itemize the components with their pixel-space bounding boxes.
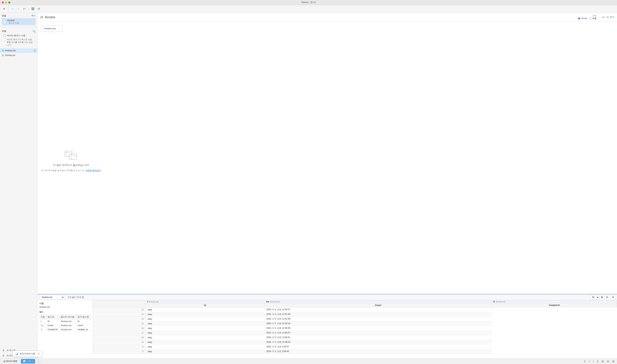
live-radio-option[interactable]: 라이브 xyxy=(578,17,587,20)
extract-radio[interactable] xyxy=(589,17,591,20)
cell-count: okky xyxy=(146,349,265,354)
sheet-1-tab[interactable]: 📊 시트 1 xyxy=(21,359,35,364)
datasource-title: Access xyxy=(45,15,55,19)
col-name-label: Id xyxy=(146,303,264,307)
cell-count: okky xyxy=(146,312,265,317)
data-grid-row[interactable]: 70 okky 2024. 3. 5. 오전 2:05:57 xyxy=(93,345,617,349)
interpreter-checkbox-row[interactable]: 데이터 해석기 사용 xyxy=(2,33,36,38)
row-number: 68 xyxy=(93,335,146,340)
minimize-button[interactable] xyxy=(5,1,7,4)
data-grid-row[interactable]: 66 okky 2024. 3. 5. 오전 12:55:59 xyxy=(93,326,617,331)
fields-table-row[interactable]: # Id Access.csv id xyxy=(40,319,91,324)
nav-last[interactable]: ⟫ xyxy=(596,360,599,363)
content-area: ⊟ Access 연결 라이브 추출 xyxy=(38,13,617,358)
data-content: 이름 Access.csv 필드 유형 필드명 물리적 테이블 원격 필드명 xyxy=(38,300,617,358)
empty-state-title: 더 많은 데이터가 필요하십니까? xyxy=(53,164,89,167)
interpreter-checkbox[interactable] xyxy=(4,35,6,37)
nav-prev[interactable]: ⟨ xyxy=(588,360,590,363)
nav-next[interactable]: ⟩ xyxy=(592,360,594,363)
home-button[interactable]: ↩ xyxy=(22,7,26,11)
ws-popup-label: 워크시트로 이동 xyxy=(20,352,35,355)
file-search-icon[interactable]: 🔍 xyxy=(33,30,36,33)
field-type-icon: Abc xyxy=(40,324,44,326)
field-name: Count xyxy=(46,324,60,327)
connection-options-section: 연결 라이브 추출 xyxy=(578,14,596,20)
nav-grid-3[interactable]: ⊠ xyxy=(612,360,615,363)
cell-count: okky xyxy=(146,317,265,321)
field-remote: id xyxy=(76,319,91,324)
row-number: 70 xyxy=(93,345,146,349)
source-label: 데이터 원본 xyxy=(6,360,17,363)
cell-created-at: 2024. 3. 5. 오전 12:53:18 xyxy=(265,321,492,326)
file-item-access-csv[interactable]: ⊞ Access.csv ⊞ xyxy=(0,48,37,53)
row-number: 64 xyxy=(93,317,146,321)
table-selector[interactable]: Access.csv xyxy=(39,295,64,299)
data-grid-row[interactable]: 71 okky 2024. 3. 5. 오전 3:00:42 xyxy=(93,349,617,354)
file-item-survey-csv[interactable]: ⊞ Survey.csv xyxy=(0,53,37,57)
back-button[interactable]: ← xyxy=(11,7,15,11)
worksheet-popup: 📊 워크시트로 이동 ✕ xyxy=(13,351,42,357)
data-grid-row[interactable]: 67 okky 2024. 3. 5. 오전 12:56:07 xyxy=(93,331,617,335)
nav-grid-1[interactable]: ⊞ xyxy=(601,360,604,363)
col-source: Access.csv xyxy=(496,301,506,303)
fields-table-row[interactable]: 🗓 Created At Access.csv created_at xyxy=(40,327,91,332)
fields-table-row[interactable]: Abc Count Access.csv count xyxy=(40,324,91,327)
toolbar: ✦ ← → ↩ 🖼 ↺ xyxy=(0,5,617,13)
data-grid-row[interactable]: 64 okky 2024. 3. 5. 오전 12:51:58 xyxy=(93,317,617,321)
data-grid-row[interactable]: 62 okky 2024. 3. 5. 오전 12:50:57 xyxy=(93,307,617,312)
connection-add-button[interactable]: 추가 xyxy=(31,14,36,17)
nav-grid-2[interactable]: ⊟ xyxy=(606,360,610,363)
connection-item-access[interactable]: 📄 Access 텍스트 파일 xyxy=(2,18,36,25)
field-name: Created At xyxy=(46,327,60,332)
row-number: 66 xyxy=(93,326,146,331)
col-header-count: Abc Access.csv Count xyxy=(265,300,492,307)
traffic-lights xyxy=(2,1,10,4)
window-title: Tableau - 문서1 xyxy=(301,1,316,4)
data-grid-row[interactable]: 63 okky 2024. 3. 5. 오전 12:51:49 xyxy=(93,312,617,317)
live-label: 라이브 xyxy=(581,17,587,20)
connection-subtype: 텍스트 파일 xyxy=(7,22,19,24)
close-button[interactable] xyxy=(2,1,4,4)
empty-state-icon xyxy=(64,150,78,161)
sidebar: 연결 추가 📄 Access 텍스트 파일 파일 🔍 데이터 해석기 사용 xyxy=(0,13,38,358)
filter-section: 필터 0 추가 xyxy=(602,16,614,19)
data-grid-row[interactable]: 68 okky 2024. 3. 5. 오전 12:56:51 xyxy=(93,335,617,340)
expand-icon[interactable]: ▼ xyxy=(611,295,615,299)
svg-rect-3 xyxy=(69,154,77,159)
field-type-icon: 🗓 xyxy=(40,328,42,331)
cell-created-at: 2024. 3. 5. 오전 2:05:57 xyxy=(265,345,492,349)
refresh-button[interactable]: ↺ xyxy=(37,7,41,11)
connection-icon: 📄 xyxy=(3,20,6,23)
cell-created-at: 2024. 3. 5. 오전 12:51:58 xyxy=(265,317,492,321)
tableau-home-icon[interactable]: ✦ xyxy=(2,7,6,11)
file-section: 파일 🔍 데이터 해석기 사용 데이터 해석기가 텍스트 파일 통합 문서를 정… xyxy=(0,28,37,48)
data-grid-container: # Access.csv Id Abc Access.csv Count 🗓 A… xyxy=(93,300,617,358)
interpreter-label: 데이터 해석기 사용 xyxy=(7,34,25,37)
image-button[interactable]: 🖼 xyxy=(31,7,35,11)
connection-section: 연결 추가 📄 Access 텍스트 파일 xyxy=(0,13,37,26)
row-count-selector[interactable]: 51 xyxy=(590,295,599,299)
row-number: 65 xyxy=(93,321,146,326)
table-card-access-csv[interactable]: Access.csv xyxy=(41,25,63,32)
field-table: Access.csv xyxy=(60,324,77,327)
ws-popup-icon: 📊 xyxy=(15,352,18,355)
empty-state-link[interactable]: 자세히 알아보기 xyxy=(85,169,101,172)
field-col-remote: 원격 필드명 xyxy=(76,315,91,319)
extract-radio-option[interactable]: 추출 xyxy=(589,17,596,20)
filter-add-button[interactable]: 추가 xyxy=(610,16,614,19)
ws-popup-close-button[interactable]: ✕ xyxy=(38,352,40,355)
titlebar: Tableau - 문서1 xyxy=(0,0,617,5)
settings-icon[interactable]: ⚙ xyxy=(605,295,609,299)
live-radio[interactable] xyxy=(578,17,580,20)
nav-first[interactable]: ⟪ xyxy=(583,360,586,363)
maximize-button[interactable] xyxy=(8,1,10,4)
source-tab-button[interactable]: ⊟ 데이터 원본 xyxy=(2,359,19,363)
add-sheet-button[interactable]: + xyxy=(37,360,40,363)
data-grid-row[interactable]: 65 okky 2024. 3. 5. 오전 12:53:18 xyxy=(93,321,617,326)
fields-panel: 이름 Access.csv 필드 유형 필드명 물리적 테이블 원격 필드명 xyxy=(38,300,93,358)
data-grid-row[interactable]: 69 okky 2024. 3. 5. 오전 12:58:20 xyxy=(93,340,617,345)
data-grid: # Access.csv Id Abc Access.csv Count 🗓 A… xyxy=(93,300,617,354)
empty-state-desc: 여기에 테이블을 끌어놓아 관계를 만드십시오. 자세히 알아보기 xyxy=(41,169,101,172)
sheet-icon: 📊 xyxy=(23,360,26,363)
forward-button[interactable]: → xyxy=(16,7,21,11)
